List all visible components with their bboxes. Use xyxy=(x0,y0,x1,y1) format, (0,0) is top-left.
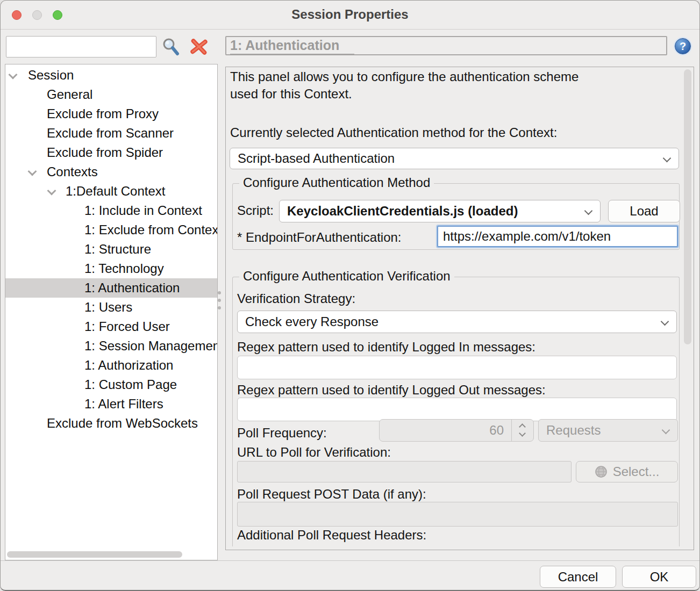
cancel-button[interactable]: Cancel xyxy=(540,566,616,588)
panel-description-line2: used for this Context. xyxy=(230,87,352,102)
poll-url-label: URL to Poll for Verification: xyxy=(237,445,391,460)
chevron-down-icon xyxy=(663,154,672,163)
authentication-panel: This panel allows you to configure the a… xyxy=(225,67,694,550)
sidebar-item-session[interactable]: Session xyxy=(5,66,217,85)
sidebar-item-alert-filters[interactable]: 1: Alert Filters xyxy=(5,394,217,414)
configure-verification-legend: Configure Authentication Verification xyxy=(239,269,454,284)
endpoint-label: * EndpointForAuthentication: xyxy=(237,230,402,245)
logged-in-regex-input[interactable] xyxy=(237,356,677,379)
expander-icon[interactable] xyxy=(28,167,37,176)
configure-method-legend: Configure Authentication Method xyxy=(239,175,434,190)
script-select[interactable]: KeycloakClientCredentials.js (loaded) xyxy=(279,200,601,222)
sidebar-item-exclude-from-spider[interactable]: Exclude from Spider xyxy=(5,143,217,162)
logged-out-regex-input[interactable] xyxy=(237,398,677,421)
globe-icon xyxy=(595,464,608,484)
load-button[interactable]: Load xyxy=(608,200,680,222)
stepper-arrows-icon xyxy=(512,420,533,441)
verification-strategy-label: Verification Strategy: xyxy=(237,291,355,306)
post-data-label: Poll Request POST Data (if any): xyxy=(237,487,426,502)
expander-icon[interactable] xyxy=(47,186,56,196)
verification-strategy-select[interactable]: Check every Response xyxy=(237,311,677,333)
panel-vertical-scrollbar[interactable] xyxy=(684,69,691,344)
tree-horizontal-scrollbar[interactable] xyxy=(7,551,182,558)
help-icon[interactable]: ? xyxy=(675,38,691,54)
select-url-button: Select... xyxy=(576,461,678,482)
sidebar-item-exclude-from-websockets[interactable]: Exclude from WebSockets xyxy=(5,414,217,433)
session-tree: Session General Exclude from Proxy Exclu… xyxy=(5,64,218,560)
endpoint-input[interactable] xyxy=(437,226,678,247)
sidebar-item-forced-user[interactable]: 1: Forced User xyxy=(5,317,217,336)
poll-url-input xyxy=(237,461,572,482)
expander-icon[interactable] xyxy=(9,70,18,80)
search-icon[interactable] xyxy=(161,37,181,56)
clear-search-icon[interactable] xyxy=(189,37,209,56)
session-properties-dialog: Session Properties Session General Exclu xyxy=(0,0,700,591)
window-title: Session Properties xyxy=(1,1,699,28)
poll-headers-label: Additional Poll Request Headers: xyxy=(237,528,426,543)
tree-search-input[interactable] xyxy=(6,36,156,57)
sidebar-item-contexts[interactable]: Contexts xyxy=(5,162,217,182)
panel-description-line1: This panel allows you to configure the a… xyxy=(230,69,578,84)
sidebar-item-structure[interactable]: 1: Structure xyxy=(5,240,217,259)
panel-title-field: 1: Authentication xyxy=(225,36,667,55)
sidebar-item-custom-page[interactable]: 1: Custom Page xyxy=(5,375,217,394)
chevron-down-icon xyxy=(584,207,593,215)
configure-verification-group: Configure Authentication Verification Ve… xyxy=(232,277,680,546)
footer-divider xyxy=(1,560,699,561)
poll-frequency-stepper: 60 xyxy=(379,419,534,442)
post-data-input xyxy=(237,502,678,527)
poll-units-select: Requests xyxy=(538,419,678,442)
sidebar-item-default-context[interactable]: 1:Default Context xyxy=(5,182,217,201)
poll-frequency-label: Poll Frequency: xyxy=(237,426,327,441)
sidebar-item-authorization[interactable]: 1: Authorization xyxy=(5,356,217,375)
logged-in-regex-label: Regex pattern used to identify Logged In… xyxy=(237,340,535,355)
chevron-down-icon xyxy=(661,318,669,326)
title-bar: Session Properties xyxy=(1,1,699,30)
split-pane-divider[interactable] xyxy=(218,33,225,560)
auth-method-label: Currently selected Authentication method… xyxy=(230,125,557,140)
auth-method-select[interactable]: Script-based Authentication xyxy=(230,148,679,169)
sidebar-item-authentication[interactable]: 1: Authentication xyxy=(5,278,217,298)
configure-method-group: Configure Authentication Method Script: … xyxy=(232,183,680,250)
sidebar-item-exclude-from-context[interactable]: 1: Exclude from Context xyxy=(5,220,217,240)
sidebar-item-include-in-context[interactable]: 1: Include in Context xyxy=(5,201,217,220)
ok-button[interactable]: OK xyxy=(622,566,696,588)
sidebar-item-users[interactable]: 1: Users xyxy=(5,298,217,317)
poll-frequency-value: 60 xyxy=(380,420,512,441)
sidebar-item-exclude-from-scanner[interactable]: Exclude from Scanner xyxy=(5,124,217,143)
sidebar-item-general[interactable]: General xyxy=(5,85,217,104)
sidebar-item-exclude-from-proxy[interactable]: Exclude from Proxy xyxy=(5,104,217,124)
sidebar-item-session-management[interactable]: 1: Session Management xyxy=(5,336,217,356)
panel-title: 1: Authentication xyxy=(230,37,354,55)
script-label: Script: xyxy=(237,203,274,218)
chevron-down-icon xyxy=(662,426,670,435)
logged-out-regex-label: Regex pattern used to identify Logged Ou… xyxy=(237,383,546,398)
sidebar-item-technology[interactable]: 1: Technology xyxy=(5,259,217,278)
